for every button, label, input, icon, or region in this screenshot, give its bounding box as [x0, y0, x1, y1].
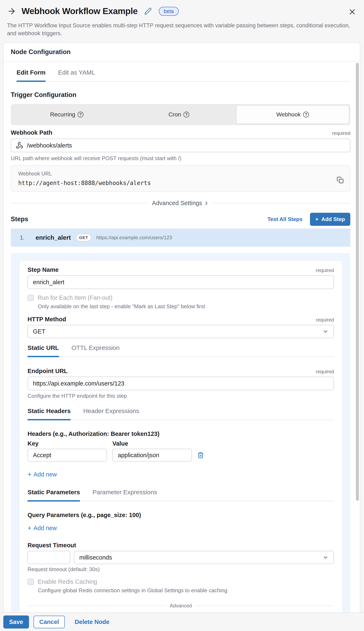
header-value-input[interactable]: [112, 449, 192, 461]
steps-actions: Test All Steps + Add Step: [268, 213, 350, 226]
page-title: Webhook Workflow Example: [22, 6, 138, 16]
webhook-path-input-wrap: [11, 139, 350, 152]
plus-icon: +: [315, 216, 318, 223]
endpoint-url-help: Configure the HTTP endpoint for this ste…: [28, 393, 334, 399]
plus-icon: +: [28, 524, 32, 532]
headers-mode-tabs: Static Headers Header Expressions: [28, 407, 334, 420]
divider-line: [213, 203, 350, 203]
help-question-icon[interactable]: ?: [184, 112, 189, 118]
http-method-select[interactable]: GET: [28, 325, 334, 338]
step-name-label-row: Step Name required: [28, 266, 334, 273]
steps-heading: Steps: [11, 215, 28, 223]
redis-caching-label: Enable Redis Caching: [38, 578, 97, 585]
divider-line: [28, 605, 166, 606]
fanout-checkbox[interactable]: [28, 295, 34, 301]
card-title: Node Configuration: [11, 48, 70, 56]
help-question-icon[interactable]: ?: [78, 112, 84, 118]
fanout-help: Only available on the last step - enable…: [38, 303, 334, 310]
test-all-steps-link[interactable]: Test All Steps: [268, 216, 302, 223]
step-editor-container: Step Name required Run for Each Item (Fa…: [11, 253, 350, 612]
webhook-path-help: URL path where webhook will receive POST…: [11, 155, 350, 162]
tab-static-url[interactable]: Static URL: [28, 344, 59, 357]
webhook-url-panel: Webhook URL http://agent-host:8888/webho…: [11, 165, 350, 192]
tab-header-expressions[interactable]: Header Expressions: [83, 407, 139, 419]
advanced-divider-label: Advanced: [170, 603, 192, 609]
redis-caching-help: Configure global Redis connection settin…: [38, 587, 334, 594]
webhook-url-value: http://agent-host:8888/webhooks/alerts: [18, 180, 343, 186]
drawer-footer: Save Cancel Delete Node: [0, 612, 364, 631]
step-index: 1.: [20, 235, 31, 241]
endpoint-url-label-row: Endpoint URL required: [28, 368, 334, 375]
webhook-path-label: Webhook Path: [11, 129, 52, 136]
http-method-label: HTTP Method: [28, 316, 66, 323]
advanced-divider: Advanced: [28, 603, 334, 609]
help-question-icon[interactable]: ?: [303, 112, 309, 118]
step-name-input[interactable]: [28, 275, 334, 289]
save-button[interactable]: Save: [3, 615, 29, 628]
headers-heading: Headers (e.g., Authorization: Bearer tok…: [28, 430, 334, 437]
trash-icon[interactable]: [197, 452, 204, 458]
http-method-badge: GET: [76, 234, 91, 241]
step-name-label: Step Name: [28, 266, 58, 273]
endpoint-url-input[interactable]: [28, 377, 334, 390]
beta-badge: beta: [159, 7, 179, 16]
plus-icon: +: [28, 471, 32, 478]
tab-edit-form[interactable]: Edit Form: [16, 69, 46, 82]
webhook-icon: [16, 142, 23, 149]
timeout-help: Request timeout (default: 30s): [28, 566, 334, 572]
header-row: [28, 449, 334, 461]
scrollbar-thumb[interactable]: [356, 63, 359, 501]
header-key-input[interactable]: [28, 449, 107, 461]
http-method-label-row: HTTP Method required: [28, 316, 334, 323]
steps-header: Steps Test All Steps + Add Step: [11, 213, 350, 226]
add-new-header-link[interactable]: + Add new: [28, 471, 57, 478]
node-configuration-card: Node Configuration Edit Form Edit as YAM…: [3, 43, 360, 612]
segment-recurring[interactable]: Recurring ?: [11, 104, 123, 125]
add-new-parameter-link[interactable]: + Add new: [28, 524, 57, 532]
tab-static-headers[interactable]: Static Headers: [28, 407, 70, 420]
copy-icon[interactable]: [337, 177, 344, 184]
edit-pencil-icon[interactable]: [144, 8, 152, 15]
card-body: Edit Form Edit as YAML Trigger Configura…: [4, 62, 360, 612]
endpoint-url-label: Endpoint URL: [28, 368, 68, 375]
timeout-value-input[interactable]: [28, 551, 70, 564]
chevron-down-icon: [322, 328, 328, 335]
redis-checkbox-row: Enable Redis Caching: [28, 578, 334, 585]
redis-caching-checkbox[interactable]: [28, 578, 34, 585]
timeout-unit-select[interactable]: milliseconds: [74, 551, 334, 564]
tab-static-parameters[interactable]: Static Parameters: [28, 489, 80, 501]
webhook-url-label: Webhook URL: [18, 171, 343, 177]
value-label: Value: [112, 440, 128, 447]
step-list-item[interactable]: 1. enrich_alert GET https://api.example.…: [11, 229, 350, 247]
required-badge: required: [316, 369, 334, 375]
divider-line: [195, 605, 334, 606]
divider-line: [11, 203, 148, 203]
segment-webhook[interactable]: Webhook ?: [236, 106, 349, 124]
required-badge: required: [316, 317, 334, 323]
tab-ottl-expression[interactable]: OTTL Expression: [72, 344, 120, 356]
drawer-header: Webhook Workflow Example beta The HTTP W…: [0, 0, 364, 37]
add-step-button[interactable]: + Add Step: [310, 213, 350, 226]
title-row: Webhook Workflow Example beta: [7, 6, 357, 16]
card-header: Node Configuration: [4, 43, 360, 62]
request-timeout-label: Request Timeout: [28, 542, 334, 549]
advanced-settings-toggle[interactable]: Advanced Settings: [11, 200, 350, 207]
tab-edit-yaml[interactable]: Edit as YAML: [58, 69, 95, 81]
chevron-down-icon: [322, 554, 328, 560]
trigger-configuration-heading: Trigger Configuration: [11, 91, 350, 99]
cancel-button[interactable]: Cancel: [34, 616, 65, 628]
trigger-type-segmented-control: Recurring ? Cron ? Webhook ?: [11, 104, 350, 125]
step-name: enrich_alert: [36, 234, 71, 241]
drawer-description: The HTTP Workflow Input Source enables m…: [7, 22, 353, 37]
close-icon[interactable]: [348, 8, 356, 16]
webhook-path-input[interactable]: [11, 139, 350, 152]
segment-cron[interactable]: Cron ?: [123, 104, 235, 125]
request-timeout-row: milliseconds: [28, 551, 334, 564]
step-editor-card: Step Name required Run for Each Item (Fa…: [19, 260, 342, 612]
webhook-workflow-drawer: Webhook Workflow Example beta The HTTP W…: [0, 0, 364, 631]
delete-node-link[interactable]: Delete Node: [75, 618, 110, 625]
key-value-labels: Key Value: [28, 440, 334, 447]
arrow-right-icon[interactable]: [7, 7, 16, 16]
chevron-right-icon: [204, 201, 209, 206]
tab-parameter-expressions[interactable]: Parameter Expressions: [92, 489, 157, 500]
